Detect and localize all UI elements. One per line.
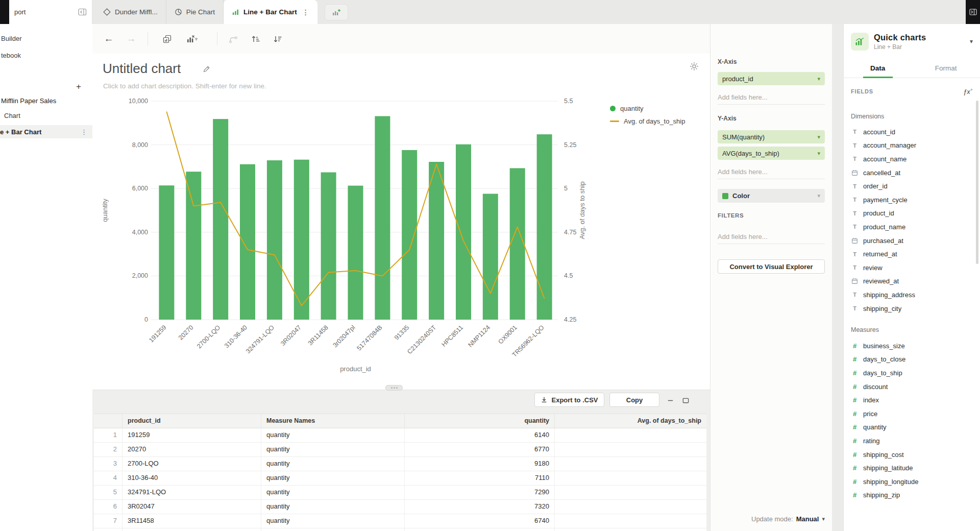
bar[interactable] (240, 164, 255, 320)
table-row[interactable]: 32700-LQOquantity9180 (94, 457, 706, 471)
tab-pie-chart[interactable]: Pie Chart (166, 0, 224, 24)
x-axis-add-fields-input[interactable]: Add fields here... (718, 91, 825, 105)
add-page-button[interactable]: + (76, 83, 81, 91)
column-header-quantity[interactable]: quantity (405, 414, 555, 428)
bar[interactable] (348, 186, 363, 320)
bar[interactable] (375, 116, 390, 320)
measure-item[interactable]: #discount (844, 380, 980, 394)
measure-item[interactable]: #shipping_latitude (844, 461, 980, 475)
chevron-down-icon[interactable]: ▾ (817, 76, 820, 82)
measure-item[interactable]: #index (844, 393, 980, 407)
tab-format[interactable]: Format (912, 59, 980, 78)
dimension-item[interactable]: Taccount_name (844, 152, 980, 166)
legend-entry-quantity[interactable]: quantity (610, 105, 685, 112)
update-mode-control[interactable]: Update mode: Manual ▾ (751, 515, 825, 523)
collapse-sidebar-icon[interactable] (78, 8, 87, 16)
sidebar-item-notebook[interactable]: tebook (1, 52, 21, 60)
y-axis-add-fields-input[interactable]: Add fields here... (718, 165, 825, 179)
dimension-item[interactable]: purchased_at (844, 234, 980, 248)
color-setting-row[interactable]: Color ▾ (718, 189, 825, 203)
y-axis-field-pill-avg-days[interactable]: AVG(days_to_ship) ▾ (718, 147, 825, 160)
chevron-down-icon[interactable]: ▾ (817, 134, 820, 140)
new-chart-tab-button[interactable] (325, 4, 348, 20)
filters-add-fields-input[interactable]: Add fields here... (718, 230, 825, 244)
tab-line-bar-chart[interactable]: Line + Bar Chart ⋮ (224, 0, 317, 24)
tab-dunder-mifflin[interactable]: Dunder Miffl... (95, 0, 166, 24)
copy-button[interactable]: Copy (609, 393, 659, 407)
duplicate-chart-button[interactable] (161, 33, 173, 45)
tab-menu-icon[interactable]: ⋮ (302, 8, 309, 16)
measure-item[interactable]: #shipping_cost (844, 448, 980, 462)
measure-item[interactable]: #rating (844, 434, 980, 448)
convert-to-visual-explorer-button[interactable]: Convert to Visual Explorer (718, 259, 825, 274)
dimension-item[interactable]: Treview (844, 261, 980, 275)
expand-table-button[interactable] (679, 395, 692, 406)
redo-forward-button[interactable]: → (125, 33, 137, 45)
bar[interactable] (456, 144, 471, 320)
bar[interactable] (321, 173, 336, 320)
table-row[interactable]: 4310-36-40quantity7110 (94, 471, 706, 486)
dimension-item[interactable]: Taccount_manager (844, 139, 980, 153)
bar[interactable] (510, 168, 525, 320)
dimension-item[interactable]: Taccount_id (844, 125, 980, 139)
bar[interactable] (483, 194, 498, 320)
dimension-item[interactable]: Tproduct_id (844, 207, 980, 221)
dimension-item[interactable]: Torder_id (844, 179, 980, 193)
sort-descending-button[interactable] (272, 33, 284, 45)
bar[interactable] (213, 119, 228, 320)
collapse-table-button[interactable] (664, 395, 676, 406)
expand-panel-icon[interactable] (969, 9, 977, 15)
bar[interactable] (402, 150, 417, 320)
panel-scrollbar[interactable] (976, 101, 978, 264)
table-row[interactable]: 83r02047plquantity6130 (94, 528, 706, 531)
update-mode-value[interactable]: Manual (796, 515, 819, 523)
sidebar-item-line-bar-chart[interactable]: e + Bar Chart ⋮ (0, 125, 92, 138)
table-row[interactable]: 5324791-LQOquantity7290 (94, 486, 706, 500)
column-header-avg-days[interactable]: Avg. of days_to_ship (555, 414, 706, 428)
chart-resize-handle[interactable] (385, 385, 403, 391)
bar[interactable] (537, 134, 552, 320)
table-row[interactable]: 63R02047quantity7320 (94, 500, 706, 514)
chart-settings-gear-icon[interactable] (690, 62, 699, 71)
table-row[interactable]: 220270quantity6770 (94, 443, 706, 457)
sort-ascending-button[interactable] (250, 33, 262, 45)
measure-item[interactable]: #shipping_longitude (844, 475, 980, 489)
table-row[interactable]: 1191259quantity6140 (94, 428, 706, 443)
legend-entry-avg-days[interactable]: Avg. of days_to_ship (610, 117, 685, 125)
chart-title[interactable]: Untitled chart (103, 61, 181, 77)
chevron-down-icon[interactable]: ▾ (822, 516, 825, 522)
measure-item[interactable]: #quantity (844, 421, 980, 435)
chart-description-placeholder[interactable]: Click to add chart description. Shift-en… (103, 82, 266, 90)
undo-back-button[interactable]: ← (103, 33, 115, 45)
measure-item[interactable]: #days_to_close (844, 353, 980, 367)
y-axis-field-pill-sum-quantity[interactable]: SUM(quantity) ▾ (718, 130, 825, 143)
dimension-item[interactable]: Tshipping_city (844, 302, 980, 316)
measure-item[interactable]: #shipping_zip (844, 489, 980, 502)
dimension-item[interactable]: Tshipping_address (844, 288, 980, 302)
chevron-down-icon[interactable]: ▾ (970, 38, 973, 45)
chevron-down-icon[interactable]: ▾ (817, 192, 820, 199)
remove-chart-button[interactable]: ▾ (183, 33, 201, 45)
bar[interactable] (186, 172, 201, 320)
dimension-item[interactable]: Tproduct_name (844, 220, 980, 234)
chevron-down-icon[interactable]: ▾ (817, 150, 820, 157)
export-csv-button[interactable]: Export to .CSV (534, 393, 604, 407)
dimension-item[interactable]: cancelled_at (844, 166, 980, 180)
branch-flow-button[interactable] (227, 33, 239, 45)
x-axis-field-pill[interactable]: product_id ▾ (718, 72, 825, 85)
bar[interactable] (159, 185, 174, 320)
column-header-measure-names[interactable]: Measure Names (261, 414, 405, 428)
dimension-item[interactable]: Tpayment_cycle (844, 193, 980, 207)
bar[interactable] (267, 160, 282, 320)
dimension-item[interactable]: reviewed_at (844, 275, 980, 288)
tab-data[interactable]: Data (844, 59, 912, 78)
measure-item[interactable]: #price (844, 407, 980, 421)
sidebar-item-builder[interactable]: Builder (1, 35, 21, 43)
add-formula-icon[interactable]: ƒx+ (963, 87, 973, 95)
edit-title-pencil-icon[interactable] (203, 65, 211, 73)
measure-item[interactable]: #days_to_ship (844, 366, 980, 380)
item-menu-icon[interactable]: ⋮ (81, 128, 87, 136)
sidebar-item-mifflin-paper-sales[interactable]: Mifflin Paper Sales (1, 97, 56, 105)
measure-item[interactable]: #business_size (844, 339, 980, 353)
table-row[interactable]: 73R11458quantity6740 (94, 514, 706, 528)
